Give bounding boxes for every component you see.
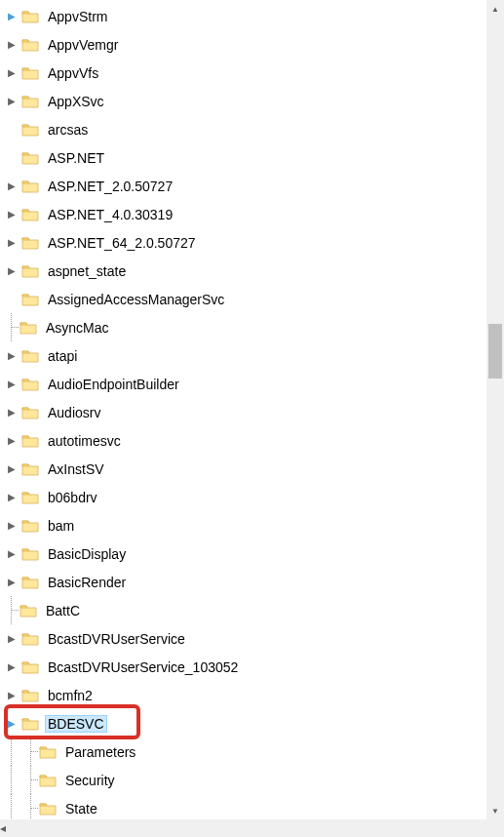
tree-content: ▶AppvStrm▶AppvVemgr▶AppvVfs▶AppXSvc▶arcs… [0,0,504,837]
chevron-right-icon[interactable]: ▶ [4,688,19,703]
tree-item[interactable]: ▶AssignedAccessManagerSvc [4,285,504,313]
horizontal-scrollbar[interactable]: ◀ ▶ [0,819,504,837]
folder-icon [39,773,57,788]
tree-item[interactable]: ▶Audiosrv [4,398,504,426]
chevron-right-icon[interactable]: ▶ [4,546,19,562]
chevron-right-icon[interactable]: ▶ [4,207,19,222]
tree-item-label: aspnet_state [45,261,129,281]
folder-icon [19,320,37,336]
chevron-right-icon[interactable]: ▶ [4,37,19,53]
tree-item[interactable]: ▶BasicDisplay [4,539,504,568]
folder-icon [21,546,39,562]
chevron-right-icon[interactable]: ▶ [4,179,19,194]
tree-item-label: ASP.NET_64_2.0.50727 [45,233,199,253]
chevron-right-icon[interactable]: ▶ [4,65,19,81]
tree-item[interactable]: Security [4,766,504,794]
tree-item[interactable]: ▶BasicRender [4,568,504,596]
vertical-scrollbar[interactable]: ▲ ▼ [486,0,504,819]
tree-item-label: Security [62,771,118,790]
tree-item[interactable]: ▶AudioEndpointBuilder [4,370,504,398]
tree-item[interactable]: BattC [4,596,504,624]
tree-branch-line [23,794,39,822]
tree-item[interactable]: ▶BcastDVRUserService_103052 [4,653,504,681]
folder-icon [21,631,39,647]
tree-item[interactable]: ▶BDESVC [4,709,504,737]
tree-item[interactable]: ▶arcsas [4,115,504,143]
tree-item-label: bam [45,516,77,536]
folder-icon [21,235,39,251]
tree-item[interactable]: ▶aspnet_state [4,257,504,285]
tree-item[interactable]: ▶b06bdrv [4,483,504,511]
tree-item-label: AxInstSV [45,459,107,479]
folder-icon [21,263,39,279]
expander-spacer: ▶ [4,150,19,166]
folder-icon [21,9,39,24]
tree-item[interactable]: ▶AxInstSV [4,455,504,483]
chevron-right-icon[interactable]: ▶ [4,377,19,392]
tree-item-label: AppvVfs [45,63,101,83]
chevron-right-icon[interactable]: ▶ [4,263,19,279]
folder-icon [21,207,39,222]
tree-item-label: Audiosrv [45,403,103,422]
tree-item[interactable]: ▶BcastDVRUserService [4,624,504,653]
tree-item-label: BattC [43,601,83,620]
tree-item[interactable]: State [4,794,504,822]
tree-item[interactable]: ▶ASP.NET_64_2.0.50727 [4,228,504,257]
indent-line [4,737,23,766]
tree-item-label: Parameters [62,742,138,762]
chevron-right-icon[interactable]: ▶ [4,659,19,675]
tree-item[interactable]: ▶AppvStrm [4,2,504,30]
tree-item[interactable]: Parameters [4,737,504,766]
tree-item-label: ASP.NET [45,148,107,168]
tree-item[interactable]: ▶ASP.NET [4,143,504,172]
tree-item[interactable]: ▶bam [4,511,504,539]
chevron-right-icon[interactable]: ▶ [4,461,19,477]
scroll-corner [486,819,504,837]
scroll-up-button[interactable]: ▲ [486,0,504,18]
tree-item[interactable]: AsyncMac [4,313,504,341]
tree-item[interactable]: ▶bcmfn2 [4,681,504,709]
chevron-right-icon[interactable]: ▶ [4,348,19,364]
tree-item-label: AppvVemgr [45,35,121,55]
tree-item-label: AsyncMac [43,318,112,338]
vertical-scroll-thumb[interactable] [488,324,502,379]
folder-icon [21,659,39,675]
vertical-scroll-track[interactable] [486,18,504,802]
folder-icon [21,716,39,732]
tree-item[interactable]: ▶autotimesvc [4,426,504,455]
tree-item-label: BDESVC [45,715,107,733]
chevron-right-icon[interactable]: ▶ [4,631,19,647]
folder-icon [21,150,39,166]
folder-icon [21,518,39,534]
tree-item-label: AudioEndpointBuilder [45,375,182,394]
folder-icon [21,348,39,364]
chevron-right-icon[interactable]: ▶ [4,518,19,534]
chevron-right-icon[interactable]: ▶ [4,405,19,420]
folder-icon [21,461,39,477]
folder-icon [19,603,37,618]
folder-icon [21,179,39,194]
tree-item[interactable]: ▶AppvVemgr [4,30,504,59]
chevron-down-icon[interactable]: ▶ [4,9,19,24]
folder-icon [21,122,39,138]
horizontal-scroll-track[interactable] [6,819,498,837]
chevron-right-icon[interactable]: ▶ [4,94,19,109]
chevron-right-icon[interactable]: ▶ [4,575,19,590]
tree-item-label: ASP.NET_4.0.30319 [45,205,175,224]
chevron-right-icon[interactable]: ▶ [4,433,19,449]
chevron-down-icon[interactable]: ▶ [4,716,19,732]
scroll-down-button[interactable]: ▼ [486,802,504,819]
tree-item-label: BasicRender [45,573,129,592]
chevron-right-icon[interactable]: ▶ [4,235,19,251]
tree-item[interactable]: ▶ASP.NET_4.0.30319 [4,200,504,228]
folder-icon [21,37,39,53]
tree-viewport: ▶AppvStrm▶AppvVemgr▶AppvVfs▶AppXSvc▶arcs… [0,0,504,837]
folder-icon [21,377,39,392]
tree-item[interactable]: ▶AppvVfs [4,59,504,87]
tree-item[interactable]: ▶AppXSvc [4,87,504,115]
tree-item[interactable]: ▶ASP.NET_2.0.50727 [4,172,504,200]
tree-item[interactable]: ▶atapi [4,341,504,370]
folder-icon [21,65,39,81]
folder-icon [39,744,57,760]
chevron-right-icon[interactable]: ▶ [4,490,19,505]
